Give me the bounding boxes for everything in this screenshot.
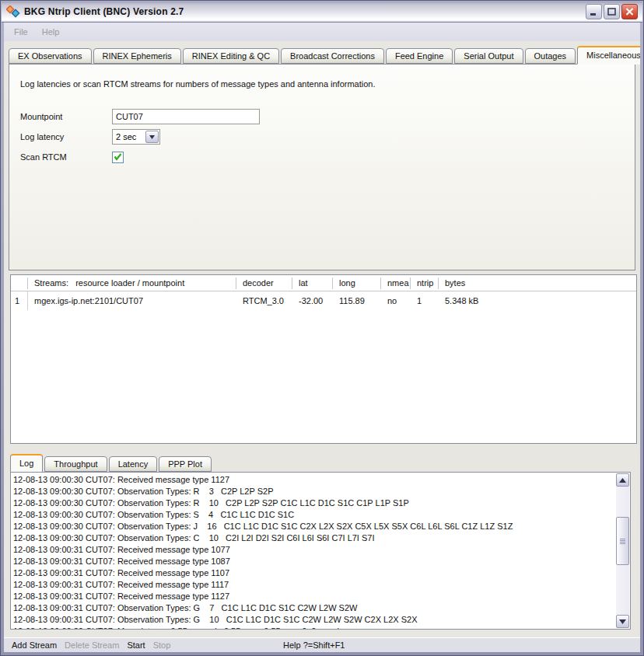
checkmark-icon <box>114 153 122 161</box>
tab-latency[interactable]: Latency <box>109 456 158 472</box>
header-ntrip: ntrip <box>411 277 439 289</box>
close-icon <box>625 8 634 16</box>
header-long: long <box>333 277 381 289</box>
log-lines: 12-08-13 09:00:30 CUT07: Received messag… <box>11 473 630 630</box>
log-line: 12-08-13 09:00:31 CUT07: Received messag… <box>13 579 628 591</box>
menu-help[interactable]: Help <box>35 25 67 39</box>
help-shortcut-label: Help ?=Shift+F1 <box>283 640 345 650</box>
cell-decoder: RTCM_3.0 <box>236 296 292 305</box>
table-row[interactable]: 1 mgex.igs-ip.net:2101/CUT07 RTCM_3.0 -3… <box>11 291 636 310</box>
delete-stream-button: Delete Stream <box>65 640 119 650</box>
minimize-icon <box>590 8 598 16</box>
header-lat: lat <box>292 277 333 289</box>
log-line: 12-08-13 09:00:30 CUT07: Observation Typ… <box>13 532 628 544</box>
tab-miscellaneous[interactable]: Miscellaneous <box>577 46 640 65</box>
cell-lat: -32.00 <box>292 296 333 305</box>
header-decoder: decoder <box>236 277 292 289</box>
log-latency-value: 2 sec <box>113 132 136 141</box>
tab-rinex-ephemeris[interactable]: RINEX Ephemeris <box>93 48 181 64</box>
app-window: BKG Ntrip Client (BNC) Version 2.7 File … <box>0 0 644 656</box>
stop-button: Stop <box>153 640 171 650</box>
streams-table-header: Streams: resource loader / mountpoint de… <box>11 275 636 291</box>
combo-dropdown-button[interactable] <box>145 131 159 143</box>
minimize-button[interactable] <box>586 4 602 19</box>
tab-feed-engine[interactable]: Feed Engine <box>386 48 453 64</box>
cell-bytes: 5.348 kB <box>439 296 636 305</box>
log-line: 12-08-13 09:00:30 CUT07: Observation Typ… <box>13 521 628 532</box>
maximize-icon <box>607 8 616 16</box>
panel-description: Log latencies or scan RTCM streams for n… <box>20 79 624 89</box>
header-bytes: bytes <box>439 277 636 289</box>
log-line: 12-08-13 09:00:30 CUT07: Observation Typ… <box>13 497 628 509</box>
mountpoint-label: Mountpoint <box>20 112 112 121</box>
mountpoint-input[interactable] <box>112 109 260 124</box>
header-stream: Streams: resource loader / mountpoint <box>28 277 236 289</box>
log-line: 12-08-13 09:00:31 CUT07: Observation Typ… <box>13 602 628 614</box>
log-line: 12-08-13 09:00:31 CUT07: Received messag… <box>13 556 628 567</box>
log-line: 12-08-13 09:00:31 CUT07: Received messag… <box>13 591 628 602</box>
cell-ntrip: 1 <box>411 296 439 305</box>
log-line: 12-08-13 09:00:30 CUT07: Received messag… <box>13 474 628 486</box>
tab-throughput[interactable]: Throughput <box>44 456 107 472</box>
chevron-down-icon <box>149 135 155 139</box>
bottom-tab-bar: Log Throughput Latency PPP Plot <box>10 455 635 472</box>
tab-rinex-observations[interactable]: EX Observations <box>9 48 92 64</box>
cell-long: 115.89 <box>333 296 381 305</box>
log-line: 12-08-13 09:00:30 CUT07: Observation Typ… <box>13 509 628 521</box>
main-tab-bar: EX Observations RINEX Ephemeris RINEX Ed… <box>9 46 635 65</box>
scrollbar-thumb[interactable] <box>616 517 629 565</box>
miscellaneous-panel: Log latencies or scan RTCM streams for n… <box>9 65 635 270</box>
streams-table: Streams: resource loader / mountpoint de… <box>10 274 637 444</box>
status-bar: Add Stream Delete Stream Start Stop Help… <box>4 637 640 652</box>
tab-ppp-plot[interactable]: PPP Plot <box>159 456 212 472</box>
tab-broadcast-corrections[interactable]: Broadcast Corrections <box>281 48 384 64</box>
tab-rinex-editing-qc[interactable]: RINEX Editing & QC <box>183 48 279 64</box>
window-title: BKG Ntrip Client (BNC) Version 2.7 <box>24 6 184 17</box>
row-number: 1 <box>11 291 28 310</box>
cell-stream: mgex.igs-ip.net:2101/CUT07 <box>28 296 236 305</box>
add-stream-button[interactable]: Add Stream <box>12 640 57 650</box>
start-button[interactable]: Start <box>127 640 145 650</box>
scan-rtcm-label: Scan RTCM <box>20 152 112 162</box>
tab-serial-output[interactable]: Serial Output <box>454 48 523 64</box>
client-area: File Help EX Observations RINEX Ephemeri… <box>4 23 640 652</box>
log-latency-label: Log latency <box>20 132 112 141</box>
close-button[interactable] <box>621 4 638 19</box>
log-line: 12-08-13 09:00:31 CUT07: Received messag… <box>13 567 628 579</box>
title-bar[interactable]: BKG Ntrip Client (BNC) Version 2.7 <box>2 2 642 23</box>
log-line: 12-08-13 09:00:31 CUT07: Observation Typ… <box>13 614 628 626</box>
tab-outages[interactable]: Outages <box>525 48 576 64</box>
log-scrollbar[interactable] <box>616 473 629 628</box>
scroll-up-button[interactable] <box>616 473 629 487</box>
menu-bar: File Help <box>4 23 640 41</box>
arrow-down-icon <box>619 619 626 624</box>
menu-file[interactable]: File <box>7 25 35 39</box>
arrow-up-icon <box>619 478 626 483</box>
log-panel[interactable]: 12-08-13 09:00:30 CUT07: Received messag… <box>10 472 631 630</box>
header-rownum <box>11 277 28 289</box>
log-line: 12-08-13 09:00:30 CUT07: Observation Typ… <box>13 486 628 497</box>
app-logo-icon <box>6 5 20 18</box>
cell-nmea: no <box>381 296 411 305</box>
maximize-button[interactable] <box>604 4 620 19</box>
log-latency-select[interactable]: 2 sec <box>112 129 160 145</box>
log-line: 12-08-13 09:00:31 CUT07: Received messag… <box>13 544 628 556</box>
scan-rtcm-checkbox[interactable] <box>112 152 124 163</box>
header-nmea: nmea <box>381 277 411 289</box>
log-line: 12-08-13 09:00:32 CUT07: Mean latency 0.… <box>13 626 628 630</box>
tab-log[interactable]: Log <box>10 454 43 473</box>
scroll-down-button[interactable] <box>616 615 629 628</box>
